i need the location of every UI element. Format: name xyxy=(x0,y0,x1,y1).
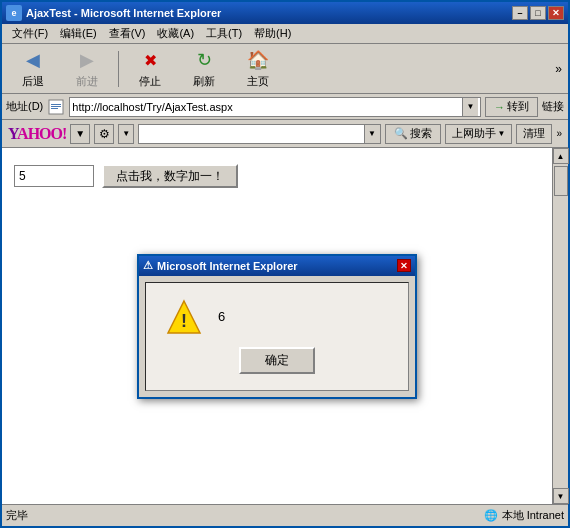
modal-message: 6 xyxy=(218,309,225,324)
address-input-wrap: ▼ xyxy=(69,97,481,117)
address-dropdown[interactable]: ▼ xyxy=(462,98,478,116)
refresh-icon: ↻ xyxy=(192,48,216,72)
go-label: 转到 xyxy=(507,99,529,114)
modal-title-bar: ⚠ Microsoft Internet Explorer ✕ xyxy=(139,256,415,276)
yahoo-toolbar: YAHOO! ▼ ⚙ ▼ ▼ 🔍 搜索 上网助手 ▼ 清理 » xyxy=(2,120,568,148)
number-input[interactable] xyxy=(14,165,94,187)
refresh-button[interactable]: ↻ 刷新 xyxy=(179,45,229,92)
modal-overlay: ⚠ Microsoft Internet Explorer ✕ ! xyxy=(2,148,552,504)
address-page-icon xyxy=(47,98,65,116)
yahoo-clear-button[interactable]: 清理 xyxy=(516,124,552,144)
address-label: 地址(D) xyxy=(6,99,43,114)
forward-label: 前进 xyxy=(76,74,98,89)
address-bar: 地址(D) ▼ → 转到 链接 xyxy=(2,94,568,120)
modal-content-row: ! 6 xyxy=(166,299,388,335)
input-row: 点击我，数字加一！ xyxy=(14,164,540,188)
refresh-label: 刷新 xyxy=(193,74,215,89)
back-label: 后退 xyxy=(22,74,44,89)
warning-flag: ⚠ xyxy=(143,259,153,272)
warning-icon: ! xyxy=(166,299,202,335)
zone-text: 本地 Intranet xyxy=(502,508,564,523)
minimize-button[interactable]: – xyxy=(512,6,528,20)
zone-icon: 🌐 xyxy=(484,509,498,522)
svg-text:!: ! xyxy=(181,311,187,331)
ie-icon: e xyxy=(6,5,22,21)
yahoo-menu-dropdown[interactable]: ▼ xyxy=(70,124,90,144)
toolbar-separator-1 xyxy=(118,51,119,87)
back-icon: ◀ xyxy=(21,48,45,72)
forward-button[interactable]: ▶ 前进 xyxy=(62,45,112,92)
go-button[interactable]: → 转到 xyxy=(485,97,538,117)
yahoo-search-button[interactable]: 🔍 搜索 xyxy=(385,124,441,144)
yahoo-online-dropdown[interactable]: ▼ xyxy=(498,129,506,138)
menu-edit[interactable]: 编辑(E) xyxy=(54,24,103,43)
increment-button[interactable]: 点击我，数字加一！ xyxy=(102,164,238,188)
svg-rect-1 xyxy=(51,104,61,105)
forward-icon: ▶ xyxy=(75,48,99,72)
menu-favorites[interactable]: 收藏(A) xyxy=(151,24,200,43)
content-area: 点击我，数字加一！ ⚠ Microsoft Internet Explorer … xyxy=(2,148,568,504)
stop-label: 停止 xyxy=(139,74,161,89)
modal-close-button[interactable]: ✕ xyxy=(397,259,411,272)
scrollbar-vertical: ▲ ▼ xyxy=(552,148,568,504)
back-button[interactable]: ◀ 后退 xyxy=(8,45,58,92)
title-bar-left: e AjaxTest - Microsoft Internet Explorer xyxy=(6,5,221,21)
page-content: 点击我，数字加一！ ⚠ Microsoft Internet Explorer … xyxy=(2,148,552,504)
yahoo-logo: YAHOO! xyxy=(8,125,66,143)
yahoo-online-label: 上网助手 xyxy=(452,126,496,141)
modal-dialog: ⚠ Microsoft Internet Explorer ✕ ! xyxy=(137,254,417,399)
maximize-button[interactable]: □ xyxy=(530,6,546,20)
svg-rect-3 xyxy=(51,108,58,109)
home-button[interactable]: 🏠 主页 xyxy=(233,45,283,92)
close-button[interactable]: ✕ xyxy=(548,6,564,20)
modal-title-left: ⚠ Microsoft Internet Explorer xyxy=(143,259,298,272)
yahoo-search-label: 搜索 xyxy=(410,126,432,141)
modal-ok-label: 确定 xyxy=(265,353,289,367)
menu-tools[interactable]: 工具(T) xyxy=(200,24,248,43)
status-bar: 完毕 🌐 本地 Intranet xyxy=(2,504,568,526)
menu-file[interactable]: 文件(F) xyxy=(6,24,54,43)
toolbar: ◀ 后退 ▶ 前进 ✖ 停止 ↻ 刷新 🏠 主页 » xyxy=(2,44,568,94)
modal-body: ! 6 确定 xyxy=(145,282,409,391)
yahoo-more[interactable]: » xyxy=(556,128,562,139)
home-icon: 🏠 xyxy=(246,48,270,72)
address-input[interactable] xyxy=(72,101,462,113)
yahoo-search-dropdown[interactable]: ▼ xyxy=(364,125,380,143)
yahoo-gear-icon[interactable]: ⚙ xyxy=(94,124,114,144)
toolbar-more[interactable]: » xyxy=(555,62,562,76)
yahoo-search-box: ▼ xyxy=(138,124,380,144)
ie-window: e AjaxTest - Microsoft Internet Explorer… xyxy=(0,0,570,528)
window-title: AjaxTest - Microsoft Internet Explorer xyxy=(26,7,221,19)
status-text: 完毕 xyxy=(6,508,484,523)
yahoo-search-input[interactable] xyxy=(139,128,363,140)
links-button[interactable]: 链接 xyxy=(542,99,564,114)
yahoo-online-button[interactable]: 上网助手 ▼ xyxy=(445,124,513,144)
svg-rect-2 xyxy=(51,106,61,107)
title-controls: – □ ✕ xyxy=(512,6,564,20)
increment-button-label: 点击我，数字加一！ xyxy=(116,169,224,183)
home-label: 主页 xyxy=(247,74,269,89)
status-zone: 🌐 本地 Intranet xyxy=(484,508,564,523)
modal-title-controls: ✕ xyxy=(397,259,411,272)
menu-bar: 文件(F) 编辑(E) 查看(V) 收藏(A) 工具(T) 帮助(H) xyxy=(2,24,568,44)
scrollbar-up-button[interactable]: ▲ xyxy=(553,148,569,164)
stop-icon: ✖ xyxy=(138,48,162,72)
scrollbar-down-button[interactable]: ▼ xyxy=(553,488,569,504)
menu-help[interactable]: 帮助(H) xyxy=(248,24,297,43)
title-bar: e AjaxTest - Microsoft Internet Explorer… xyxy=(2,2,568,24)
search-icon: 🔍 xyxy=(394,127,408,140)
yahoo-clear-label: 清理 xyxy=(523,126,545,141)
scrollbar-thumb[interactable] xyxy=(554,166,568,196)
yahoo-gear-dropdown[interactable]: ▼ xyxy=(118,124,134,144)
menu-view[interactable]: 查看(V) xyxy=(103,24,152,43)
modal-ok-button[interactable]: 确定 xyxy=(239,347,315,374)
stop-button[interactable]: ✖ 停止 xyxy=(125,45,175,92)
modal-title: Microsoft Internet Explorer xyxy=(157,260,298,272)
